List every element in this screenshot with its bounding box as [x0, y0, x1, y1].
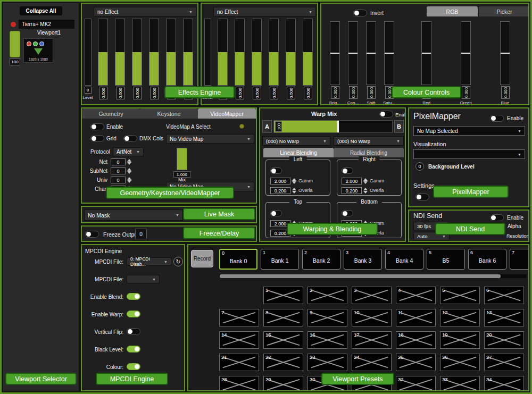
colour-slider-blue[interactable]: 0.000 Blue	[500, 21, 510, 105]
effect-select-2[interactable]: no Effect	[213, 7, 316, 16]
effect-fader[interactable]: 0.500	[286, 19, 296, 99]
preset-slot-24[interactable]: 24	[352, 354, 392, 371]
bank-tab-5[interactable]: 5 B5	[427, 249, 465, 270]
videomap-a-dropdown[interactable]: No Video Map	[166, 134, 254, 144]
bank-scrollbar-thumb[interactable]	[220, 274, 501, 278]
mpcdi-toggle-3[interactable]	[127, 346, 140, 353]
colour-slider-shift[interactable]: 0.000 Shift	[366, 21, 376, 105]
left-gamma-value[interactable]: 2.000	[270, 178, 290, 185]
preset-slot-20[interactable]: 20	[484, 331, 524, 349]
mpcdi-toggle-0[interactable]	[127, 293, 140, 300]
tab-rgb[interactable]: RGB	[427, 6, 478, 16]
preset-slot-17[interactable]: 17	[352, 331, 392, 349]
bank-tab-2[interactable]: 2 Bank 2	[302, 249, 340, 270]
preset-slot-26[interactable]: 26	[440, 354, 480, 371]
tab-keystone[interactable]: Keystone	[140, 108, 198, 119]
preset-slot-13[interactable]: 13	[484, 309, 524, 326]
subnet-stepper[interactable]: 0	[111, 167, 126, 174]
effect-fader[interactable]: 0.500	[98, 19, 108, 99]
viewport-level-fader[interactable]	[10, 31, 20, 57]
right-overlap-value[interactable]: 0.200	[342, 187, 362, 194]
record-button[interactable]: Record	[191, 250, 213, 267]
preset-slot-14[interactable]: 14	[219, 331, 259, 349]
bank-tab-0[interactable]: 0 Bank 0	[219, 249, 257, 270]
colour-slider-con[interactable]: 0.000 Con...	[348, 21, 358, 105]
preset-slot-3[interactable]: 3	[352, 287, 392, 304]
pixelmapper-settings-toggle[interactable]	[415, 194, 429, 200]
preset-slot-28[interactable]: 28	[219, 376, 259, 391]
effect-fader[interactable]: 0.500	[132, 19, 142, 99]
right-gamma-value[interactable]: 2.000	[342, 178, 362, 185]
bank-tab-3[interactable]: 3 Bank 3	[344, 249, 382, 270]
bank-tab-1[interactable]: 1 Bank 1	[261, 249, 299, 270]
warp-enable-toggle[interactable]	[379, 111, 393, 118]
crossfader-handle[interactable]	[337, 121, 339, 132]
preset-slot-34[interactable]: 34	[484, 376, 524, 391]
ndi-enable-toggle[interactable]	[490, 214, 504, 221]
visualization-dropdown[interactable]	[413, 149, 525, 159]
net-spinner-icon[interactable]	[127, 159, 131, 165]
preset-slot-16[interactable]: 16	[307, 331, 347, 349]
preset-slot-10[interactable]: 10	[352, 309, 392, 326]
preset-slot-2[interactable]: 2	[307, 287, 347, 304]
mpcdi-file-dropdown-1[interactable]: 0: MPCDI Disab...	[127, 257, 171, 266]
preset-slot-12[interactable]: 12	[440, 309, 480, 326]
preset-slot-9[interactable]: 9	[307, 309, 347, 326]
effect-fader[interactable]: 0.500	[269, 19, 279, 99]
warp-crossfader[interactable]: 100	[273, 120, 393, 133]
tab-picker[interactable]: Picker	[479, 6, 529, 16]
viewport-thumbnail[interactable]: 1920 x 1080	[23, 38, 53, 63]
preset-slot-22[interactable]: 22	[263, 354, 303, 371]
warp-a-button[interactable]: A	[262, 120, 272, 133]
left-overlap-value[interactable]: 0.200	[270, 187, 290, 194]
bank-tab-4[interactable]: 4 Bank 4	[385, 249, 423, 270]
effect-fader[interactable]: 0.500	[303, 19, 313, 99]
blend-bottom-toggle[interactable]	[342, 210, 353, 216]
univ-stepper[interactable]: 0	[111, 177, 126, 183]
colour-slider-green[interactable]: 0.000 Green	[461, 21, 471, 105]
freeze-output-toggle[interactable]	[85, 231, 99, 238]
tab-videomapper[interactable]: VideoMapper	[198, 108, 256, 119]
mask-select-dropdown[interactable]: No Mask	[84, 209, 183, 221]
effect-fader[interactable]: 0.500	[149, 19, 159, 99]
mpcdi-toggle-2[interactable]	[127, 328, 140, 335]
blend-left-toggle[interactable]	[270, 167, 282, 174]
preset-slot-8[interactable]: 8	[263, 309, 303, 326]
warp-b-button[interactable]: B	[394, 120, 404, 133]
preset-slot-15[interactable]: 15	[263, 331, 303, 349]
preset-slot-11[interactable]: 11	[396, 309, 436, 326]
univ-spinner-icon[interactable]	[127, 177, 131, 183]
right-gamma-spinner-icon[interactable]	[363, 178, 368, 184]
subnet-spinner-icon[interactable]	[127, 168, 131, 174]
blend-top-toggle[interactable]	[270, 210, 282, 216]
bank-tab-6[interactable]: 6 Bank 6	[468, 249, 506, 270]
effect-fader[interactable]: 0.500	[252, 19, 262, 99]
pixelmapper-enable-toggle[interactable]	[490, 115, 504, 122]
preset-slot-4[interactable]: 4	[396, 287, 436, 304]
preset-slot-1[interactable]: 1	[263, 287, 303, 304]
effect-fader[interactable]: 0.500	[235, 19, 245, 99]
videomapper-mix-fader[interactable]	[177, 148, 187, 170]
dmx-cols-toggle[interactable]	[123, 135, 137, 142]
preset-slot-25[interactable]: 25	[396, 354, 436, 371]
warp-slot-b-dropdown[interactable]: (000) No Warp	[334, 136, 404, 146]
machine-item[interactable]: Tierra+ MK2	[19, 20, 74, 29]
preset-slot-29[interactable]: 29	[263, 376, 303, 391]
bank-tab-7[interactable]: 7	[510, 249, 529, 270]
left-gamma-spinner-icon[interactable]	[292, 178, 296, 184]
preset-slot-27[interactable]: 27	[484, 354, 524, 371]
preset-slot-6[interactable]: 6	[484, 287, 524, 304]
level-fader[interactable]: 0 Level	[84, 19, 92, 100]
preset-slot-7[interactable]: 7	[219, 309, 259, 326]
videomapper-enable-toggle[interactable]	[90, 123, 104, 130]
effect-fader[interactable]: 0.500	[115, 19, 125, 99]
left-overlap-spinner-icon[interactable]	[292, 188, 296, 194]
net-stepper[interactable]: 0	[111, 158, 126, 165]
preset-slot-23[interactable]: 23	[307, 354, 347, 371]
preset-slot-5[interactable]: 5	[440, 287, 480, 304]
preset-slot-21[interactable]: 21	[219, 354, 259, 371]
warp-slot-a-dropdown[interactable]: (000) No Warp	[262, 136, 330, 146]
preset-slot-18[interactable]: 18	[396, 331, 436, 349]
grid-toggle[interactable]	[90, 135, 104, 142]
preset-slot-33[interactable]: 33	[440, 376, 480, 391]
